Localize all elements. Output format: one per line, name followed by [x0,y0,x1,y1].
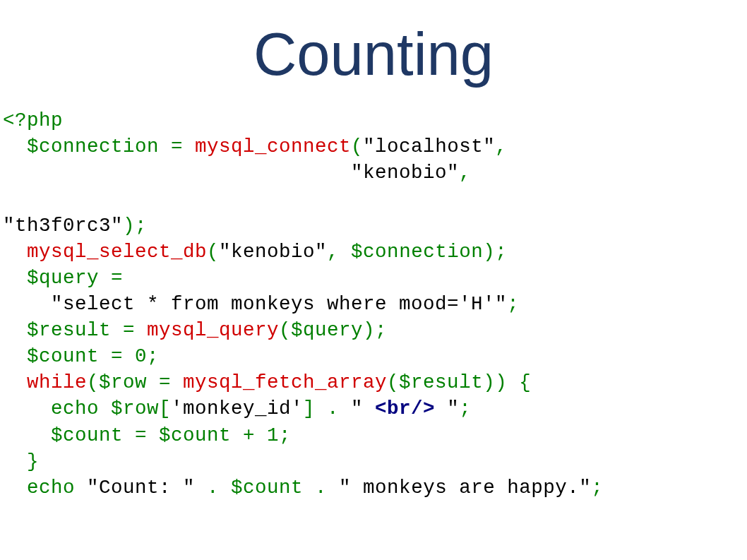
code-text: ] . [303,398,351,419]
code-text [3,241,27,263]
code-text: $count = 0; [3,345,159,367]
code-text [3,162,351,184]
code-text: echo [3,477,87,499]
code-text: "kenobio" [219,241,327,263]
code-text: ); [123,215,147,237]
code-text: $connection = [3,136,195,157]
code-block: <?php $connection = mysql_connect("local… [0,107,747,501]
code-text: "Count: " [87,477,195,499]
code-text: echo $row[ [3,398,171,419]
code-text: "kenobio" [351,162,459,184]
code-text: ($query); [279,319,387,341]
code-text: while [27,371,87,393]
code-text: <?php [3,109,63,131]
code-text: $result = [3,319,147,341]
code-text: <br/> [375,398,435,419]
code-text: "th3f0rc3" [3,215,123,237]
code-text: . $count . [195,477,339,499]
code-text: mysql_connect [195,136,351,157]
code-text: " [435,398,459,419]
code-text: "select * from monkeys where mood='H'" [51,293,507,315]
code-text: $query = [3,267,123,289]
code-text: , [495,136,507,157]
code-text: ; [591,477,603,499]
code-text: , [459,162,471,184]
code-text: mysql_select_db [27,241,207,263]
code-text: ; [507,293,519,315]
code-text: " [351,398,375,419]
code-text: ($result)) { [387,371,531,393]
code-text: ; [459,398,471,419]
code-text: ( [207,241,219,263]
code-text: " monkeys are happy." [339,477,591,499]
code-text [3,293,51,315]
code-text: ($row = [87,371,183,393]
slide-title: Counting [0,20,747,89]
code-text: 'monkey_id' [171,398,303,419]
code-text: ( [351,136,363,157]
code-text: mysql_fetch_array [183,371,387,393]
code-text: , $connection); [327,241,507,263]
code-text: mysql_query [147,319,279,341]
code-text [3,371,27,393]
code-text: } [3,451,39,472]
code-text: "localhost" [363,136,495,157]
code-text: $count = $count + 1; [3,424,291,446]
